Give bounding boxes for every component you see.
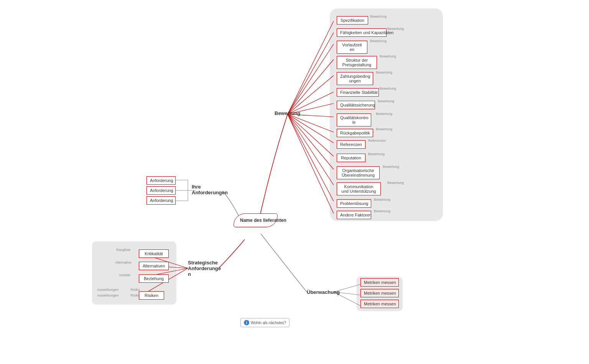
reputation-sublabel: Bewertung (368, 152, 385, 156)
metriken-1[interactable]: Metriken messen (360, 278, 399, 287)
risiko1-sublabel: Risiko (130, 288, 140, 292)
metriken-3[interactable]: Metriken messen (360, 300, 399, 308)
central-label: Name des lieferanten (240, 218, 286, 223)
strategisch-branch-label: StrategischeAnforderungen (188, 260, 221, 277)
referenzen-box[interactable]: Referenzen (337, 140, 365, 149)
svg-line-2 (288, 44, 334, 114)
problemloesung-sublabel: Bewertung (374, 198, 390, 202)
struktur-box[interactable]: Struktur der Preisgestaltung (337, 56, 377, 69)
kommunikation-sublabel: Bewertung (387, 181, 404, 185)
spezifikation-box[interactable]: Spezifikation (337, 16, 368, 25)
info-button[interactable]: i Wohin als nächstes? (240, 318, 290, 327)
risiken-box[interactable]: Risiken (139, 291, 164, 300)
alternativenl-sublabel: Alternative (115, 261, 132, 264)
andere-box[interactable]: Andere Faktoren (337, 211, 371, 219)
svg-line-11 (288, 114, 334, 169)
svg-line-4 (288, 75, 334, 114)
spezifikation-sublabel: Bewertung (370, 15, 387, 18)
reputation-box[interactable]: Reputation (337, 154, 365, 162)
organisatorisch-box[interactable]: Organisatorische Übereinstimmung (337, 166, 380, 179)
rueckgabe-sublabel: Bewertung (376, 127, 392, 131)
finanzielle-box[interactable]: Finanzielle Stabilität (337, 88, 379, 97)
rangliste-sublabel: Rangliste (116, 248, 131, 252)
rueckgabe-box[interactable]: Rückgabepolitik (337, 129, 373, 137)
bewertung-branch-label: Bewertung (275, 110, 300, 116)
svg-line-10 (288, 114, 334, 156)
anforderungen-branch-label: IhreAnforderungen (192, 184, 228, 195)
faehigkeiten-box[interactable]: Fähigkeiten und Kapazitäten (337, 28, 387, 37)
finanzielle-sublabel: Bewertung (380, 87, 396, 90)
svg-line-12 (288, 114, 334, 185)
kritikalitaet-box[interactable]: Kritikalität (139, 249, 169, 258)
central-node[interactable]: Name des lieferanten (234, 213, 278, 227)
alternativen-box[interactable]: Alternativen (139, 262, 169, 270)
svg-line-13 (288, 114, 334, 201)
qualitaetssicherung-sublabel: Bewertung (378, 99, 394, 103)
info-icon: i (244, 320, 249, 325)
mind-map: Name des lieferanten Bewertung IhreAnfor… (0, 0, 589, 364)
kommunikation-box[interactable]: Kommunikation und Unterstützung (337, 182, 381, 195)
svg-line-14 (288, 114, 334, 213)
beziehung-box[interactable]: Beziehung (139, 274, 169, 283)
anforderung-1[interactable]: Anforderung (146, 176, 176, 185)
qualitaetskontrolle-sublabel: Bewertung (376, 112, 392, 116)
referenzen-sublabel: Referenzen (368, 139, 386, 143)
auswirkungen2-sublabel: Auswirkungen (97, 293, 119, 297)
svg-line-1 (288, 33, 334, 114)
zahlung-sublabel: Bewertung (376, 71, 392, 74)
risiko2-sublabel: Risiko (130, 293, 140, 297)
vorlaufzeit-sublabel: Bewertung (370, 39, 387, 43)
anforderung-3[interactable]: Anforderung (146, 196, 176, 205)
qualitaetssicherung-box[interactable]: Qualitätssicherung (337, 101, 375, 109)
svg-line-9 (288, 114, 334, 143)
svg-line-3 (288, 59, 334, 114)
metriken-2[interactable]: Metriken messen (360, 289, 399, 297)
zahlung-box[interactable]: Zahlungsbeding ungen (337, 72, 373, 85)
andere-sublabel: Bewertung (374, 209, 390, 213)
vorlaufzeit-box[interactable]: Vorlaufzeit en (337, 41, 367, 54)
ueberwachung-branch-label: Überwachung (307, 289, 340, 295)
struktur-sublabel: Bewertung (380, 54, 396, 58)
qualitaetskontrolle-box[interactable]: Qualitätskontro le (337, 113, 371, 126)
svg-line-0 (288, 21, 334, 114)
organisatorisch-sublabel: Bewertung (383, 165, 399, 169)
info-label: Wohin als nächstes? (251, 321, 286, 325)
vorteile-sublabel: Vorteile (119, 273, 130, 277)
problemloesung-box[interactable]: Problemlösung (337, 199, 371, 208)
connections-svg (0, 0, 589, 364)
auswirkungen1-sublabel: Auswirkungen (97, 288, 119, 292)
svg-line-8 (288, 114, 334, 132)
anforderung-2[interactable]: Anforderung (146, 186, 176, 195)
